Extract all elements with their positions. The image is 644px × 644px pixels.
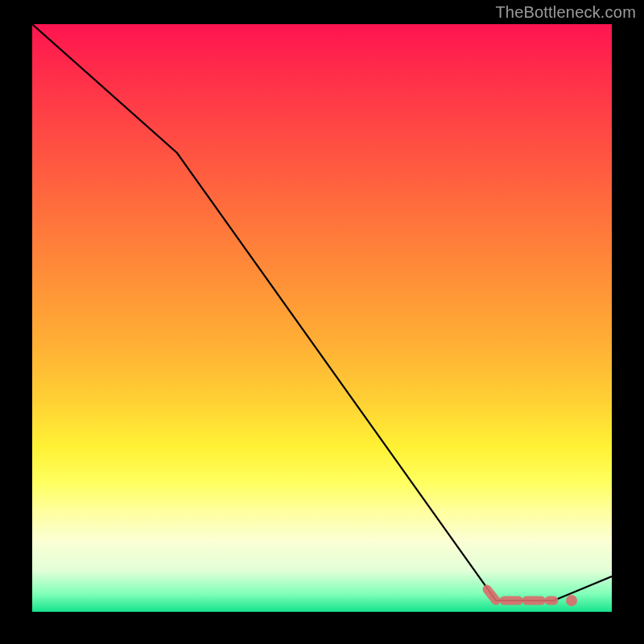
- glow-segment: [487, 589, 554, 601]
- attribution-text: TheBottleneck.com: [495, 3, 636, 22]
- main-curve: [32, 24, 612, 601]
- plot-area: [32, 24, 612, 612]
- chart-overlay: [32, 24, 612, 612]
- chart-stage: TheBottleneck.com: [0, 0, 644, 644]
- marker-dot: [566, 595, 577, 606]
